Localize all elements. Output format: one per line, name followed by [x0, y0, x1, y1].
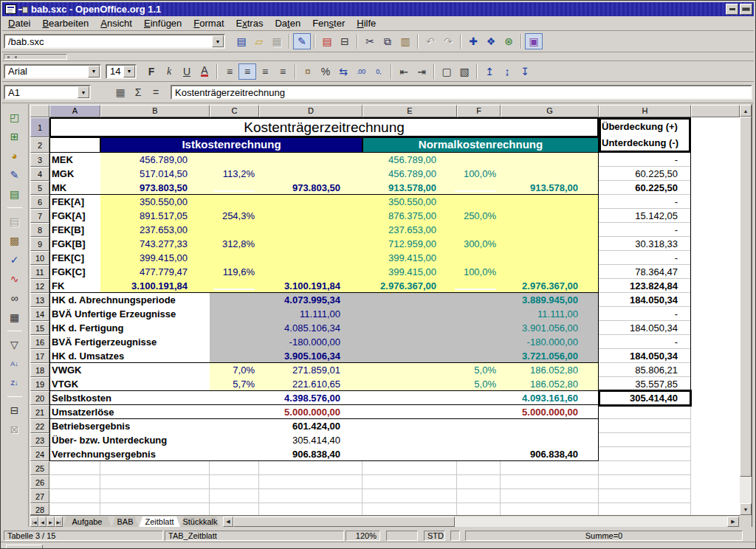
menu-extras[interactable]: Extras	[230, 16, 269, 30]
column-header-A[interactable]: A	[49, 105, 100, 117]
cell-F7[interactable]: 250,0%	[457, 209, 501, 223]
align-center-button[interactable]: ≡	[238, 63, 256, 80]
spellcheck-button[interactable]: ✓	[5, 251, 24, 269]
corner-header[interactable]	[30, 105, 49, 117]
normalkosten-header[interactable]: Normalkostenrechnung	[362, 137, 599, 153]
cell-E3[interactable]: 456.789,00	[362, 153, 457, 167]
underline-button[interactable]: U	[178, 63, 196, 80]
previous-sheet-button[interactable]: ◀	[38, 517, 47, 527]
cell-H7[interactable]: 15.142,05	[599, 209, 691, 223]
url-combobox[interactable]: /bab.sxc ▼	[4, 34, 225, 49]
cell-E9[interactable]: 712.959,00	[362, 237, 457, 251]
cell-D15[interactable]: 4.085.106,34	[259, 321, 362, 335]
cell-H20[interactable]: 305.414,40	[599, 391, 691, 405]
export-pdf-button[interactable]: ▤	[318, 33, 336, 49]
row-header-12[interactable]: 12	[30, 279, 49, 293]
vertical-scrollbar-thumb[interactable]	[740, 117, 752, 477]
cell-A19[interactable]: VTGK	[49, 377, 78, 391]
name-box-dropdown-button[interactable]: ▼	[78, 86, 89, 98]
format-standard-button[interactable]: ⇆	[334, 63, 352, 80]
window-pin-icon[interactable]	[18, 6, 28, 13]
cell-C7[interactable]: 254,3%	[210, 209, 259, 223]
insert-object-button[interactable]: ◕	[5, 147, 24, 165]
cell-H4[interactable]: 60.225,50	[599, 167, 691, 181]
row-header-17[interactable]: 17	[30, 349, 49, 363]
row-header-15[interactable]: 15	[30, 321, 49, 335]
cell-G18[interactable]: 186.052,80	[501, 363, 599, 377]
cell-A3[interactable]: MEK	[49, 153, 73, 167]
font-name-dropdown-button[interactable]: ▼	[88, 66, 100, 77]
cell-E6[interactable]: 350.550,00	[362, 195, 457, 209]
print-button[interactable]: ⊟	[336, 33, 354, 49]
cell-G21[interactable]: 5.000.000,00	[501, 405, 599, 419]
cell-D5[interactable]: 973.803,50	[259, 181, 362, 195]
menu-bearbeiten[interactable]: Bearbeiten	[36, 16, 94, 30]
cell-B4[interactable]: 517.014,50	[100, 167, 210, 181]
find-replace-button[interactable]: ∞	[5, 289, 24, 307]
autofilter-button[interactable]: ▽	[5, 336, 24, 353]
menu-daten[interactable]: Daten	[269, 16, 306, 30]
row-header-26[interactable]: 26	[30, 475, 49, 489]
cell-B11[interactable]: 477.779,47	[100, 265, 210, 279]
row-header-25[interactable]: 25	[30, 461, 49, 475]
row-header-1[interactable]: 1	[30, 117, 49, 137]
cell-A15[interactable]: HK d. Fertigung	[49, 321, 124, 335]
cell-H8[interactable]: -	[599, 223, 691, 237]
cell-D21[interactable]: 5.000.000,00	[259, 405, 362, 419]
cell-G5[interactable]: 913.578,00	[501, 181, 599, 195]
cell-D13[interactable]: 4.073.995,34	[259, 293, 362, 307]
cell-D12[interactable]: 3.100.191,84	[259, 279, 362, 293]
minimize-button[interactable]	[726, 4, 738, 15]
titlebar[interactable]: bab.sxc - OpenOffice.org 1.1	[2, 2, 754, 16]
overhead-header-cell[interactable]: Überdeckung (+)Unterdeckung (-)	[599, 117, 691, 153]
background-color-button[interactable]: ▧	[456, 63, 473, 80]
cell-H10[interactable]: -	[599, 251, 691, 265]
row-header-3[interactable]: 3	[30, 153, 49, 167]
status-sum[interactable]: Summe=0	[465, 531, 743, 541]
cell-D19[interactable]: 221.610,65	[259, 377, 362, 391]
cell-A24[interactable]: Verrechnungsergebnis	[49, 447, 156, 461]
cell-E11[interactable]: 399.415,00	[362, 265, 457, 279]
cut-button[interactable]: ✂	[361, 33, 379, 49]
cell-E8[interactable]: 237.653,00	[362, 223, 457, 237]
hscroll-right-button[interactable]: ▶	[727, 517, 739, 527]
hscroll-left-button[interactable]: ◀	[223, 517, 233, 527]
cell-A17[interactable]: HK d. Umsatzes	[49, 349, 124, 363]
menu-datei[interactable]: Datei	[2, 16, 36, 30]
column-header-D[interactable]: D	[259, 105, 362, 117]
row-header-24[interactable]: 24	[30, 447, 49, 461]
cell-G24[interactable]: 906.838,40	[501, 447, 599, 461]
cell-H13[interactable]: 184.050,34	[599, 293, 691, 307]
cell-A23[interactable]: Über- bzw. Unterdeckung	[49, 433, 167, 447]
maximize-button[interactable]	[740, 4, 752, 15]
paste-button[interactable]: ▥	[396, 33, 414, 49]
row-header-14[interactable]: 14	[30, 307, 49, 321]
cell-C4[interactable]: 113,2%	[210, 167, 259, 181]
menu-fenster[interactable]: Fenster	[306, 16, 351, 30]
cell-H11[interactable]: 78.364,47	[599, 265, 691, 279]
insert-cells-button[interactable]: ⊞	[5, 128, 24, 145]
row-header-5[interactable]: 5	[30, 181, 49, 195]
row-header-2[interactable]: 2	[30, 137, 49, 153]
row-header-4[interactable]: 4	[30, 167, 49, 181]
cell-C18[interactable]: 7,0%	[210, 363, 259, 377]
align-right-button[interactable]: ≡	[256, 63, 274, 80]
decrease-indent-button[interactable]: ⇤	[395, 63, 413, 80]
sheet-tab-aufgabe[interactable]: Aufgabe	[63, 517, 111, 527]
cell-H16[interactable]: -	[599, 335, 691, 349]
row-header-10[interactable]: 10	[30, 251, 49, 265]
cell-H5[interactable]: 60.225,50	[599, 181, 691, 195]
row-header-11[interactable]: 11	[30, 265, 49, 279]
input-line[interactable]: Kostenträgerzeitrechnung	[171, 85, 752, 100]
scroll-down-button[interactable]: ▼	[740, 503, 752, 515]
cell-B10[interactable]: 399.415,00	[100, 251, 210, 265]
cell-H17[interactable]: 184.050,34	[599, 349, 691, 363]
italic-button[interactable]: k	[160, 63, 178, 80]
cell-G12[interactable]: 2.976.367,00	[501, 279, 599, 293]
menu-format[interactable]: Format	[188, 16, 230, 30]
cell-B9[interactable]: 743.277,33	[100, 237, 210, 251]
cell-B5[interactable]: 973.803,50	[100, 181, 210, 195]
row-header-6[interactable]: 6	[30, 195, 49, 209]
cell-H12[interactable]: 123.824,84	[599, 279, 691, 293]
align-bottom-button[interactable]: ↧	[516, 63, 534, 80]
